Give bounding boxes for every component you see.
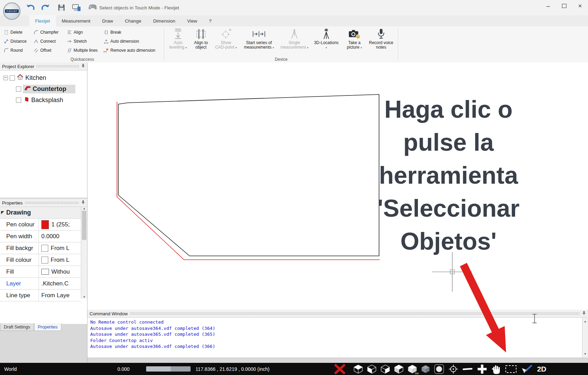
button-label: Distance — [10, 39, 27, 44]
view-cube-right-icon[interactable] — [380, 364, 390, 374]
property-row-fill-background: Fill backgr From L — [0, 242, 81, 254]
stretch-button[interactable]: Stretch — [66, 37, 103, 46]
countertop-measured-edge[interactable] — [117, 102, 380, 260]
draw-arrow-icon[interactable] — [521, 364, 532, 374]
collapse-icon[interactable] — [3, 76, 8, 80]
tab-properties[interactable]: Properties — [34, 323, 61, 331]
tree-item-backsplash[interactable]: Backsplash — [0, 94, 87, 106]
countertop-checkbox[interactable] — [16, 86, 21, 92]
drawing-canvas[interactable]: Haga clic o pulse la herramienta 'Selecc… — [87, 62, 588, 310]
dropdown-caret-icon[interactable]: ▾ — [307, 46, 308, 49]
line-tool-icon[interactable] — [462, 364, 473, 374]
properties-section-drawing[interactable]: Drawing — [0, 207, 81, 219]
device-group: AUTO Auto levelling ▾ Align to object — [167, 27, 396, 62]
dropdown-caret-icon[interactable]: ▾ — [272, 46, 274, 49]
tree-item-countertop[interactable]: Countertop — [0, 83, 87, 94]
tab-help[interactable]: ? — [203, 15, 218, 26]
record-voice-notes-button[interactable]: Record voice notes — [367, 27, 396, 50]
dropdown-caret-icon[interactable]: ▾ — [326, 46, 327, 49]
break-button[interactable]: Break — [103, 28, 162, 37]
scroll-up-icon[interactable]: ▲ — [585, 318, 586, 325]
pen-colour-swatch[interactable] — [41, 220, 49, 229]
single-measurement-button[interactable]: Single measurement ▾ — [278, 27, 310, 50]
distance-button[interactable]: Distance — [3, 37, 33, 46]
dropdown-caret-icon[interactable]: ▾ — [185, 46, 187, 49]
tab-flexijet[interactable]: Flexijet — [29, 15, 56, 26]
scroll-up-icon[interactable]: ▲ — [83, 207, 86, 210]
select-rectangle-icon[interactable] — [505, 365, 517, 374]
plus-tool-icon[interactable] — [477, 364, 488, 375]
crosshair-cursor — [432, 252, 472, 292]
dropdown-caret-icon[interactable]: ▾ — [235, 46, 237, 49]
start-series-of-measurements-button[interactable]: Start series of measurements ▾ — [240, 27, 278, 50]
round-button[interactable]: Round — [3, 46, 33, 55]
dropdown-caret-icon[interactable]: ▾ — [361, 46, 362, 49]
quickaccess-group-label: Quickaccess — [3, 57, 162, 62]
backsplash-checkbox[interactable] — [16, 98, 21, 103]
cancel-icon[interactable] — [334, 364, 346, 375]
align-button[interactable]: Align — [66, 28, 103, 37]
tab-measurement[interactable]: Measurement — [56, 15, 96, 26]
delete-button[interactable]: Delete — [3, 28, 33, 37]
tab-draw[interactable]: Draw — [96, 15, 119, 26]
command-log-line: No Remote control connected — [90, 319, 585, 325]
connect-button[interactable]: Connect — [33, 37, 66, 46]
save-icon[interactable] — [56, 2, 67, 13]
mode-2d-toggle[interactable]: 2D — [537, 365, 546, 373]
screen-share-icon[interactable] — [72, 2, 82, 13]
circle-select-icon[interactable] — [434, 364, 444, 374]
view-cube-left-icon[interactable] — [367, 364, 377, 374]
pin-icon[interactable] — [81, 200, 85, 206]
tab-dimension[interactable]: Dimension — [147, 15, 181, 26]
command-log-line: Autosave under autosave364.vdf completed… — [90, 325, 585, 332]
scrollbar-thumb[interactable] — [82, 211, 86, 240]
instruction-overlay-text: Haga clic o pulse la herramienta 'Selecc… — [344, 93, 553, 258]
center-point-icon[interactable] — [448, 364, 459, 374]
align-to-object-button[interactable]: Align to object — [190, 27, 212, 50]
show-cad-point-button[interactable]: Show CAD-point ▾ — [212, 27, 240, 50]
button-label: Round — [10, 48, 23, 53]
view-cube-iso-icon[interactable] — [394, 364, 404, 374]
close-button[interactable]: × — [572, 0, 588, 12]
minimize-button[interactable]: – — [540, 0, 556, 12]
tab-view[interactable]: View — [181, 15, 203, 26]
take-a-picture-button[interactable]: Take a picture ▾ — [342, 27, 367, 50]
tree-item-label: Kitchen — [25, 74, 46, 82]
3d-locations-button[interactable]: 3D-Locations ▾ — [310, 27, 342, 50]
pin-icon[interactable] — [582, 311, 586, 316]
champfer-button[interactable]: Champfer — [33, 28, 66, 37]
offset-button[interactable]: Offset — [33, 46, 66, 55]
redo-button[interactable] — [41, 2, 51, 13]
solid-cube-icon[interactable] — [421, 365, 430, 374]
scroll-down-icon[interactable]: ▼ — [83, 295, 86, 299]
auto-dimension-button[interactable]: Auto dimension — [103, 37, 162, 46]
view-cube-top-icon[interactable] — [353, 364, 363, 374]
auto-dimension-icon — [103, 39, 109, 44]
pin-icon[interactable] — [81, 64, 85, 69]
undo-button[interactable] — [25, 2, 35, 13]
remove-auto-dimension-button[interactable]: Remove auto dimension — [103, 46, 162, 55]
properties-title: Properties — [2, 200, 23, 206]
properties-scrollbar[interactable]: ▲ ▼ — [81, 207, 87, 299]
button-label: Offset — [40, 48, 51, 53]
multiple-lines-button[interactable]: Multiple lines — [66, 46, 103, 55]
start-series-icon — [251, 28, 267, 40]
pan-hand-icon[interactable] — [492, 364, 501, 374]
section-collapse-icon — [1, 211, 4, 214]
tab-change[interactable]: Change — [119, 15, 147, 26]
scroll-down-icon[interactable]: ▼ — [585, 351, 586, 357]
fill-swatch[interactable] — [41, 269, 49, 275]
3d-locations-icon — [321, 28, 332, 40]
countertop-outline[interactable] — [118, 94, 379, 256]
fill-background-checkbox[interactable] — [41, 245, 48, 252]
kitchen-checkbox[interactable] — [10, 75, 15, 81]
tree-item-kitchen[interactable]: Kitchen — [0, 72, 87, 83]
header-texture — [36, 65, 79, 68]
tab-draft-settings[interactable]: Draft Settings — [0, 323, 34, 331]
view-cube-sw-icon[interactable]: sw — [408, 364, 417, 374]
maximize-button[interactable] — [556, 0, 572, 12]
command-scrollbar[interactable]: ▲ ▼ — [582, 318, 588, 358]
command-log-line: Folder Countertop activ — [90, 338, 585, 344]
auto-levelling-button[interactable]: AUTO Auto levelling ▾ — [167, 27, 190, 50]
fill-colour-checkbox[interactable] — [41, 257, 48, 264]
